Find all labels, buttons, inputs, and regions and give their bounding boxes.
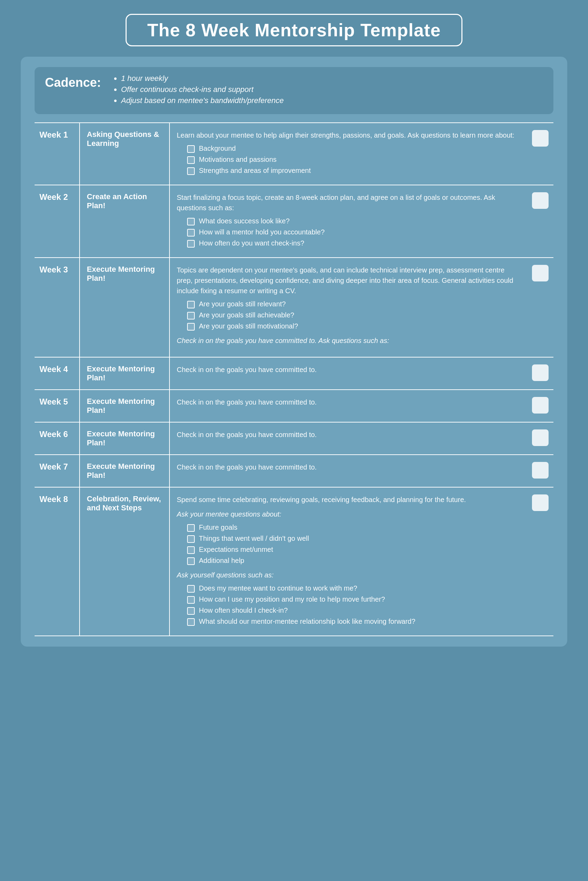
topic-text: Execute Mentoring Plan! bbox=[87, 397, 155, 415]
checkbox[interactable] bbox=[187, 156, 195, 164]
cell-topic-8: Celebration, Review, and Next Steps bbox=[80, 487, 170, 636]
checkbox-label: Additional help bbox=[199, 557, 244, 565]
cell-topic-1: Asking Questions & Learning bbox=[80, 123, 170, 185]
checkbox-label: What should our mentor-mentee relationsh… bbox=[199, 617, 416, 625]
cell-description-1: Learn about your mentee to help align th… bbox=[170, 123, 527, 185]
list-item: Expectations met/unmet bbox=[187, 545, 520, 554]
week-row: Week 7Execute Mentoring Plan!Check in on… bbox=[34, 455, 554, 487]
cell-description-3: Topics are dependent on your mentee's go… bbox=[170, 258, 527, 357]
completion-checkbox[interactable] bbox=[532, 429, 549, 446]
cadence-label: Cadence: bbox=[45, 74, 114, 90]
topic-text: Execute Mentoring Plan! bbox=[87, 429, 155, 447]
checkbox-label: How will a mentor hold you accountable? bbox=[199, 228, 325, 236]
cell-week-4: Week 4 bbox=[34, 357, 80, 390]
checkbox[interactable] bbox=[187, 145, 195, 153]
checkbox-label: Are your goals still relevant? bbox=[199, 300, 286, 308]
cell-week-6: Week 6 bbox=[34, 422, 80, 455]
week-label: Week 5 bbox=[39, 397, 68, 406]
completion-checkbox[interactable] bbox=[532, 192, 549, 209]
checkbox[interactable] bbox=[187, 323, 195, 331]
cell-check-2 bbox=[527, 185, 554, 258]
completion-checkbox[interactable] bbox=[532, 265, 549, 282]
checkbox-label: Strengths and areas of improvement bbox=[199, 167, 311, 175]
topic-text: Asking Questions & Learning bbox=[87, 130, 159, 148]
checkbox[interactable] bbox=[187, 301, 195, 309]
cell-description-2: Start finalizing a focus topic, create a… bbox=[170, 185, 527, 258]
completion-checkbox[interactable] bbox=[532, 397, 549, 414]
page-title: The 8 Week Mentorship Template bbox=[147, 20, 441, 40]
completion-checkbox[interactable] bbox=[532, 494, 549, 511]
cell-check-6 bbox=[527, 422, 554, 455]
checkbox[interactable] bbox=[187, 585, 195, 593]
week-label: Week 3 bbox=[39, 265, 68, 274]
week-label: Week 4 bbox=[39, 364, 68, 374]
list-item: Strengths and areas of improvement bbox=[187, 167, 520, 175]
checkbox-label: Things that went well / didn't go well bbox=[199, 535, 309, 542]
week-row: Week 5Execute Mentoring Plan!Check in on… bbox=[34, 390, 554, 422]
completion-checkbox[interactable] bbox=[532, 462, 549, 478]
checkbox[interactable] bbox=[187, 596, 195, 604]
week-table: Week 1Asking Questions & LearningLearn a… bbox=[34, 122, 554, 636]
list-item: Are your goals still motivational? bbox=[187, 322, 520, 331]
description-secondary: Ask yourself questions such as: bbox=[177, 570, 520, 580]
description-main: Spend some time celebrating, reviewing g… bbox=[177, 494, 520, 505]
list-item: How will a mentor hold you accountable? bbox=[187, 228, 520, 237]
checkbox[interactable] bbox=[187, 557, 195, 565]
list-item: What should our mentor-mentee relationsh… bbox=[187, 617, 520, 626]
checkbox-list: What does success look like?How will a m… bbox=[177, 217, 520, 247]
topic-text: Execute Mentoring Plan! bbox=[87, 265, 155, 283]
cell-check-7 bbox=[527, 455, 554, 487]
week-row: Week 3Execute Mentoring Plan!Topics are … bbox=[34, 258, 554, 357]
checkbox[interactable] bbox=[187, 218, 195, 225]
description-secondary2: Ask your mentee questions about: bbox=[177, 509, 520, 519]
cell-week-3: Week 3 bbox=[34, 258, 80, 357]
checkbox-list-2: Does my mentee want to continue to work … bbox=[177, 584, 520, 626]
topic-text: Execute Mentoring Plan! bbox=[87, 364, 155, 382]
checkbox-list: BackgroundMotivations and passionsStreng… bbox=[177, 145, 520, 175]
checkbox[interactable] bbox=[187, 535, 195, 543]
checkbox-label: Are your goals still achievable? bbox=[199, 311, 294, 319]
cell-description-6: Check in on the goals you have committed… bbox=[170, 422, 527, 455]
completion-checkbox[interactable] bbox=[532, 130, 549, 147]
list-item: Future goals bbox=[187, 523, 520, 532]
week-label: Week 8 bbox=[39, 494, 68, 504]
week-label: Week 7 bbox=[39, 462, 68, 471]
checkbox[interactable] bbox=[187, 524, 195, 532]
checkbox[interactable] bbox=[187, 240, 195, 247]
checkbox[interactable] bbox=[187, 229, 195, 237]
checkbox[interactable] bbox=[187, 546, 195, 554]
checkbox[interactable] bbox=[187, 607, 195, 615]
checkbox-label: How can I use my position and my role to… bbox=[199, 595, 385, 603]
list-item: What does success look like? bbox=[187, 217, 520, 225]
cell-topic-4: Execute Mentoring Plan! bbox=[80, 357, 170, 390]
checkbox[interactable] bbox=[187, 618, 195, 626]
cell-description-8: Spend some time celebrating, reviewing g… bbox=[170, 487, 527, 636]
checkbox-label: Background bbox=[199, 145, 236, 153]
list-item: How can I use my position and my role to… bbox=[187, 595, 520, 604]
page-title-box: The 8 Week Mentorship Template bbox=[126, 14, 463, 46]
week-label: Week 2 bbox=[39, 192, 68, 202]
cell-topic-2: Create an Action Plan! bbox=[80, 185, 170, 258]
description-main: Check in on the goals you have committed… bbox=[177, 462, 520, 472]
cadence-list: 1 hour weekly Offer continuous check-ins… bbox=[114, 74, 284, 107]
topic-text: Celebration, Review, and Next Steps bbox=[87, 494, 161, 512]
week-label: Week 1 bbox=[39, 130, 68, 139]
cell-check-4 bbox=[527, 357, 554, 390]
description-main: Learn about your mentee to help align th… bbox=[177, 130, 520, 140]
completion-checkbox[interactable] bbox=[532, 364, 549, 381]
main-container: Cadence: 1 hour weekly Offer continuous … bbox=[21, 57, 567, 647]
week-row: Week 2Create an Action Plan!Start finali… bbox=[34, 185, 554, 258]
week-row: Week 4Execute Mentoring Plan!Check in on… bbox=[34, 357, 554, 390]
cadence-item-2: Offer continuous check-ins and support bbox=[121, 85, 284, 94]
description-main: Topics are dependent on your mentee's go… bbox=[177, 265, 520, 296]
cell-week-5: Week 5 bbox=[34, 390, 80, 422]
cell-topic-7: Execute Mentoring Plan! bbox=[80, 455, 170, 487]
checkbox[interactable] bbox=[187, 312, 195, 319]
list-item: Does my mentee want to continue to work … bbox=[187, 584, 520, 593]
checkbox-label: How often should I check-in? bbox=[199, 607, 288, 614]
checkbox-label: What does success look like? bbox=[199, 217, 290, 225]
cell-check-8 bbox=[527, 487, 554, 636]
topic-text: Execute Mentoring Plan! bbox=[87, 462, 155, 479]
list-item: Are your goals still achievable? bbox=[187, 311, 520, 319]
checkbox[interactable] bbox=[187, 167, 195, 175]
